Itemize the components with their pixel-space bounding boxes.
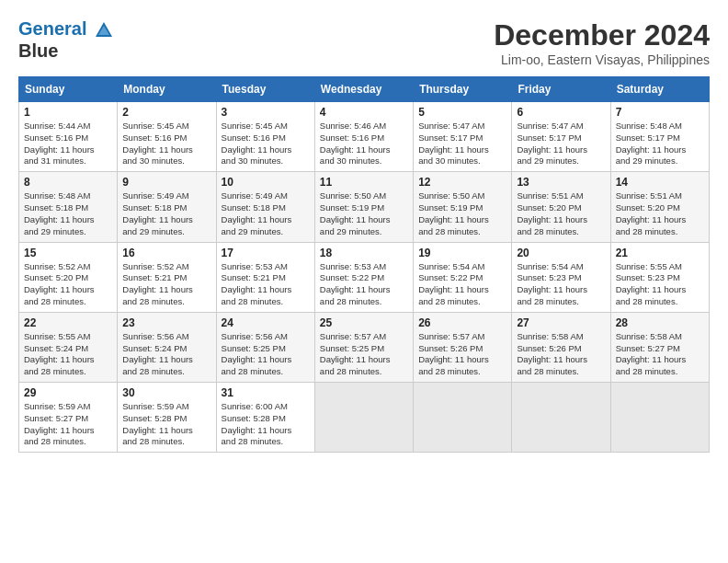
logo: General Blue [18, 18, 114, 62]
logo-text: General [18, 18, 114, 40]
calendar-week-row: 15Sunrise: 5:52 AM Sunset: 5:20 PM Dayli… [19, 242, 710, 312]
day-number: 15 [24, 247, 112, 259]
day-number: 19 [418, 247, 506, 259]
day-info: Sunrise: 5:58 AM Sunset: 5:26 PM Dayligh… [517, 331, 605, 378]
calendar-day-31: 31Sunrise: 6:00 AM Sunset: 5:28 PM Dayli… [216, 383, 314, 453]
calendar-week-row: 8Sunrise: 5:48 AM Sunset: 5:18 PM Daylig… [19, 172, 710, 242]
calendar-day-18: 18Sunrise: 5:53 AM Sunset: 5:22 PM Dayli… [314, 242, 413, 312]
day-number: 12 [418, 176, 506, 189]
day-number: 20 [517, 247, 605, 259]
day-number: 10 [222, 176, 310, 189]
day-info: Sunrise: 5:51 AM Sunset: 5:20 PM Dayligh… [616, 190, 704, 237]
calendar-table: SundayMondayTuesdayWednesdayThursdayFrid… [18, 76, 710, 453]
day-info: Sunrise: 5:47 AM Sunset: 5:17 PM Dayligh… [517, 121, 605, 167]
day-info: Sunrise: 5:55 AM Sunset: 5:24 PM Dayligh… [24, 331, 112, 378]
day-info: Sunrise: 5:44 AM Sunset: 5:16 PM Dayligh… [24, 121, 112, 167]
day-info: Sunrise: 5:51 AM Sunset: 5:20 PM Dayligh… [517, 190, 605, 237]
day-info: Sunrise: 5:58 AM Sunset: 5:27 PM Dayligh… [616, 331, 704, 378]
logo-blue: Blue [18, 40, 114, 62]
day-number: 29 [24, 386, 112, 399]
calendar-day-29: 29Sunrise: 5:59 AM Sunset: 5:27 PM Dayli… [19, 383, 118, 453]
day-info: Sunrise: 5:54 AM Sunset: 5:23 PM Dayligh… [517, 261, 605, 308]
day-number: 4 [320, 106, 408, 119]
calendar-day-1: 1Sunrise: 5:44 AM Sunset: 5:16 PM Daylig… [19, 102, 118, 172]
day-info: Sunrise: 5:49 AM Sunset: 5:18 PM Dayligh… [122, 190, 210, 237]
calendar-day-2: 2Sunrise: 5:45 AM Sunset: 5:16 PM Daylig… [118, 102, 216, 172]
day-number: 23 [122, 316, 210, 329]
calendar-day-27: 27Sunrise: 5:58 AM Sunset: 5:26 PM Dayli… [512, 312, 610, 382]
day-info: Sunrise: 5:57 AM Sunset: 5:25 PM Dayligh… [320, 331, 408, 378]
day-info: Sunrise: 5:52 AM Sunset: 5:20 PM Dayligh… [24, 261, 112, 308]
day-number: 28 [616, 316, 704, 329]
month-title: December 2024 [494, 18, 710, 52]
calendar-day-20: 20Sunrise: 5:54 AM Sunset: 5:23 PM Dayli… [512, 242, 610, 312]
calendar-day-empty [610, 383, 709, 453]
day-header-saturday: Saturday [610, 77, 709, 102]
calendar-day-8: 8Sunrise: 5:48 AM Sunset: 5:18 PM Daylig… [19, 172, 118, 242]
day-number: 7 [616, 106, 704, 119]
day-header-friday: Friday [512, 77, 610, 102]
logo-icon [94, 20, 114, 40]
calendar-day-26: 26Sunrise: 5:57 AM Sunset: 5:26 PM Dayli… [414, 312, 512, 382]
day-number: 17 [222, 247, 310, 259]
calendar-day-4: 4Sunrise: 5:46 AM Sunset: 5:16 PM Daylig… [314, 102, 413, 172]
calendar-day-19: 19Sunrise: 5:54 AM Sunset: 5:22 PM Dayli… [414, 242, 512, 312]
calendar-day-15: 15Sunrise: 5:52 AM Sunset: 5:20 PM Dayli… [19, 242, 118, 312]
day-header-thursday: Thursday [414, 77, 512, 102]
day-info: Sunrise: 5:50 AM Sunset: 5:19 PM Dayligh… [418, 190, 506, 237]
day-number: 18 [320, 247, 408, 259]
calendar-day-23: 23Sunrise: 5:56 AM Sunset: 5:24 PM Dayli… [118, 312, 216, 382]
day-number: 30 [122, 386, 210, 399]
day-info: Sunrise: 5:46 AM Sunset: 5:16 PM Dayligh… [320, 121, 408, 167]
day-number: 1 [24, 106, 112, 119]
day-header-monday: Monday [118, 77, 216, 102]
page-header: General Blue December 2024 Lim-oo, Easte… [18, 18, 710, 67]
calendar-header-row: SundayMondayTuesdayWednesdayThursdayFrid… [19, 77, 710, 102]
day-info: Sunrise: 5:48 AM Sunset: 5:17 PM Dayligh… [616, 121, 704, 167]
calendar-day-6: 6Sunrise: 5:47 AM Sunset: 5:17 PM Daylig… [512, 102, 610, 172]
day-number: 8 [24, 176, 112, 189]
day-number: 16 [122, 247, 210, 259]
day-info: Sunrise: 6:00 AM Sunset: 5:28 PM Dayligh… [222, 401, 310, 448]
day-info: Sunrise: 5:59 AM Sunset: 5:28 PM Dayligh… [122, 401, 210, 448]
day-number: 2 [122, 106, 210, 119]
calendar-day-7: 7Sunrise: 5:48 AM Sunset: 5:17 PM Daylig… [610, 102, 709, 172]
calendar-day-9: 9Sunrise: 5:49 AM Sunset: 5:18 PM Daylig… [118, 172, 216, 242]
calendar-day-24: 24Sunrise: 5:56 AM Sunset: 5:25 PM Dayli… [216, 312, 314, 382]
day-info: Sunrise: 5:49 AM Sunset: 5:18 PM Dayligh… [222, 190, 310, 237]
day-info: Sunrise: 5:48 AM Sunset: 5:18 PM Dayligh… [24, 190, 112, 237]
calendar-day-17: 17Sunrise: 5:53 AM Sunset: 5:21 PM Dayli… [216, 242, 314, 312]
day-number: 9 [122, 176, 210, 189]
day-info: Sunrise: 5:59 AM Sunset: 5:27 PM Dayligh… [24, 401, 112, 448]
day-number: 27 [517, 316, 605, 329]
calendar-day-21: 21Sunrise: 5:55 AM Sunset: 5:23 PM Dayli… [610, 242, 709, 312]
day-info: Sunrise: 5:55 AM Sunset: 5:23 PM Dayligh… [616, 261, 704, 308]
day-number: 21 [616, 247, 704, 259]
calendar-day-22: 22Sunrise: 5:55 AM Sunset: 5:24 PM Dayli… [19, 312, 118, 382]
day-header-wednesday: Wednesday [314, 77, 413, 102]
calendar-day-28: 28Sunrise: 5:58 AM Sunset: 5:27 PM Dayli… [610, 312, 709, 382]
day-number: 11 [320, 176, 408, 189]
day-header-tuesday: Tuesday [216, 77, 314, 102]
calendar-day-30: 30Sunrise: 5:59 AM Sunset: 5:28 PM Dayli… [118, 383, 216, 453]
calendar-week-row: 22Sunrise: 5:55 AM Sunset: 5:24 PM Dayli… [19, 312, 710, 382]
day-number: 26 [418, 316, 506, 329]
calendar-day-12: 12Sunrise: 5:50 AM Sunset: 5:19 PM Dayli… [414, 172, 512, 242]
day-number: 3 [222, 106, 310, 119]
calendar-day-5: 5Sunrise: 5:47 AM Sunset: 5:17 PM Daylig… [414, 102, 512, 172]
day-number: 24 [222, 316, 310, 329]
calendar-day-3: 3Sunrise: 5:45 AM Sunset: 5:16 PM Daylig… [216, 102, 314, 172]
day-info: Sunrise: 5:50 AM Sunset: 5:19 PM Dayligh… [320, 190, 408, 237]
calendar-week-row: 29Sunrise: 5:59 AM Sunset: 5:27 PM Dayli… [19, 383, 710, 453]
calendar-day-14: 14Sunrise: 5:51 AM Sunset: 5:20 PM Dayli… [610, 172, 709, 242]
day-number: 22 [24, 316, 112, 329]
day-info: Sunrise: 5:53 AM Sunset: 5:22 PM Dayligh… [320, 261, 408, 308]
calendar-day-empty [314, 383, 413, 453]
day-number: 5 [418, 106, 506, 119]
day-info: Sunrise: 5:57 AM Sunset: 5:26 PM Dayligh… [418, 331, 506, 378]
day-number: 6 [517, 106, 605, 119]
day-number: 25 [320, 316, 408, 329]
day-info: Sunrise: 5:47 AM Sunset: 5:17 PM Dayligh… [418, 121, 506, 167]
calendar-day-25: 25Sunrise: 5:57 AM Sunset: 5:25 PM Dayli… [314, 312, 413, 382]
location: Lim-oo, Eastern Visayas, Philippines [494, 52, 710, 67]
